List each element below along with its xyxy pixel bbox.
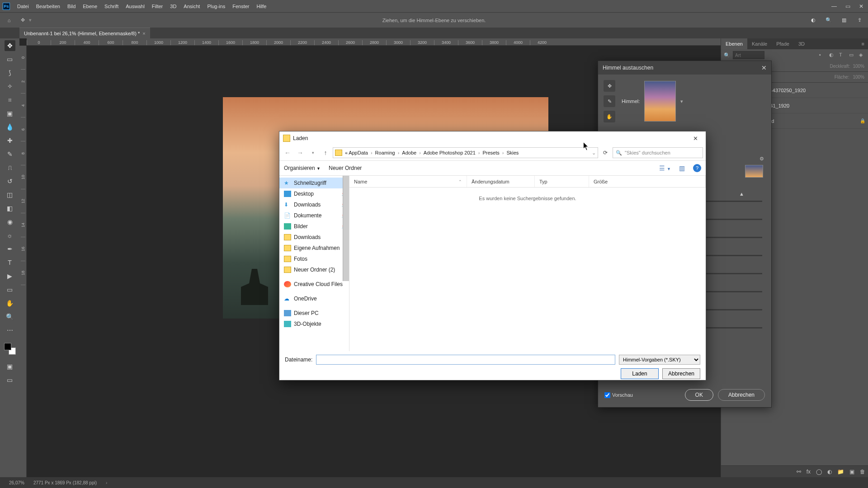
crumb-overflow-icon[interactable]: « [345,150,348,155]
opacity-value[interactable]: 100% [853,64,864,69]
new-layer-icon[interactable]: ▣ [849,469,854,475]
hand-tool[interactable]: ✋ [5,298,15,309]
filter-pixel-icon[interactable]: ▪ [819,52,826,58]
document-tab-close-icon[interactable]: × [142,31,145,36]
color-swatches[interactable] [4,343,16,355]
column-name[interactable]: Name [349,176,467,187]
tree-eigene[interactable]: Eigene Aufnahmen [279,243,349,253]
search-box[interactable]: 🔍 "Skies" durchsuchen [613,147,703,158]
filter-smart-icon[interactable]: ◈ [859,52,865,58]
new-folder-button[interactable]: Neuer Ordner [329,165,362,171]
group-icon[interactable]: 📁 [837,469,844,475]
nav-recent-icon[interactable]: ▾ [307,147,318,158]
crumb-dropdown-icon[interactable]: ⌄ [592,150,596,156]
tree-quick-access[interactable]: ★Schnellzugriff [279,178,349,188]
type-tool[interactable]: T [5,257,15,268]
breadcrumb-item[interactable]: Skies [506,150,519,155]
healing-tool[interactable]: ✚ [5,135,15,146]
dodge-tool[interactable]: ☼ [5,230,15,241]
ok-button[interactable]: OK [685,389,713,401]
move-tool[interactable]: ✥ [5,40,15,51]
tree-documents[interactable]: 📄Dokumente📌 [279,210,349,221]
cancel-button[interactable]: Abbrechen [718,389,765,401]
nav-back-icon[interactable]: ← [282,147,293,158]
breadcrumb-item[interactable]: Roaming [375,150,395,155]
tree-neuer[interactable]: Neuer Ordner (2) [279,264,349,275]
breadcrumb-item[interactable]: Adobe [402,150,416,155]
column-size[interactable]: Größe [589,176,706,187]
nav-up-icon[interactable]: ↑ [320,147,331,158]
cancel-button[interactable]: Abbrechen [662,368,700,379]
delete-layer-icon[interactable]: 🗑 [860,469,865,475]
preview-pane-icon[interactable]: ▥ [679,164,685,172]
menu-layer[interactable]: Ebene [79,4,101,9]
tab-channels[interactable]: Kanäle [747,38,772,49]
crop-tool[interactable]: ⌗ [5,94,15,105]
gradient-tool[interactable]: ◧ [5,203,15,214]
tree-this-pc[interactable]: Dieser PC [279,308,349,319]
menu-image[interactable]: Bild [64,4,79,9]
filter-adjust-icon[interactable]: ◐ [829,52,835,58]
tab-layers[interactable]: Ebenen [721,38,747,49]
zoom-level[interactable]: 26,07% [9,480,24,485]
filetype-select[interactable]: Himmel-Vorgaben (*.SKY) [619,355,700,365]
tree-pictures[interactable]: Bilder📌 [279,221,349,232]
breadcrumb-item[interactable]: AppData [349,150,368,155]
dialog-close-icon[interactable]: ✕ [689,135,702,142]
minimize-button[interactable]: — [827,0,841,12]
fx-icon[interactable]: fx [807,469,811,475]
tree-fotos[interactable]: Fotos [279,253,349,264]
tree-scrollbar[interactable] [343,176,349,281]
breadcrumb-item[interactable]: Adobe Photoshop 2021 [424,150,476,155]
tree-downloads2[interactable]: Downloads [279,232,349,243]
preview-checkbox-input[interactable] [604,392,610,398]
frame-tool[interactable]: ▣ [5,108,15,119]
nav-forward-icon[interactable]: → [295,147,306,158]
dialog-titlebar[interactable]: Laden ✕ [279,131,706,145]
menu-help[interactable]: Hilfe [253,4,270,9]
gear-icon[interactable]: ⚙ [760,156,764,162]
layer-kind-filter[interactable] [733,51,764,59]
refresh-icon[interactable]: ⟳ [600,150,611,156]
chevron-up-icon[interactable]: ▲ [739,191,744,197]
mask-icon[interactable]: ◯ [816,469,822,475]
brush-tool[interactable]: ✎ [5,149,15,160]
pen-tool[interactable]: ✒ [5,244,15,254]
filter-type-icon[interactable]: T [839,52,845,58]
share-icon[interactable]: ⇪ [855,16,863,24]
menu-window[interactable]: Fenster [229,4,253,9]
sky-hand-tool[interactable]: ✋ [604,111,615,122]
fill-value[interactable]: 100% [853,75,864,80]
doc-info[interactable]: 2771 Px x 1869 Px (182,88 ppi) [33,480,97,485]
column-date[interactable]: Änderungsdatum [467,176,535,187]
maximize-button[interactable]: ▭ [841,0,854,12]
eraser-tool[interactable]: ◫ [5,189,15,200]
sky-panel-titlebar[interactable]: Himmel austauschen ✕ [598,61,771,75]
tree-desktop[interactable]: Desktop📌 [279,188,349,199]
tree-3d-objects[interactable]: 3D-Objekte [279,319,349,329]
organize-menu[interactable]: Organisieren ▼ [284,165,321,171]
menu-select[interactable]: Auswahl [122,4,148,9]
sky-panel-close-icon[interactable]: ✕ [761,64,767,71]
sky-brush-tool[interactable]: ✎ [604,95,615,107]
breadcrumb[interactable]: « AppData› Roaming› Adobe› Adobe Photosh… [333,147,598,158]
shape-tool[interactable]: ▭ [5,284,15,295]
column-type[interactable]: Typ [535,176,589,187]
close-app-button[interactable]: ✕ [854,0,868,12]
history-brush-tool[interactable]: ↺ [5,176,15,187]
stamp-tool[interactable]: ⎍ [5,162,15,173]
filename-input[interactable] [316,355,615,365]
sky-preset-thumbnail[interactable] [644,81,676,122]
doc-info-chevron-icon[interactable]: › [106,480,107,485]
edit-toolbar-icon[interactable]: ⋯ [5,325,15,336]
view-mode-icon[interactable]: ☰ ▼ [659,164,671,172]
blur-tool[interactable]: ◉ [5,216,15,227]
quickmask-tool[interactable]: ▣ [5,361,15,372]
marquee-tool[interactable]: ▭ [5,54,15,65]
menu-filter[interactable]: Filter [148,4,166,9]
menu-view[interactable]: Ansicht [180,4,203,9]
help-icon[interactable]: ? [693,164,701,172]
search-icon[interactable]: 🔍 [825,16,833,24]
home-icon[interactable]: ⌂ [4,15,14,26]
preview-checkbox[interactable]: Vorschau [604,392,633,398]
